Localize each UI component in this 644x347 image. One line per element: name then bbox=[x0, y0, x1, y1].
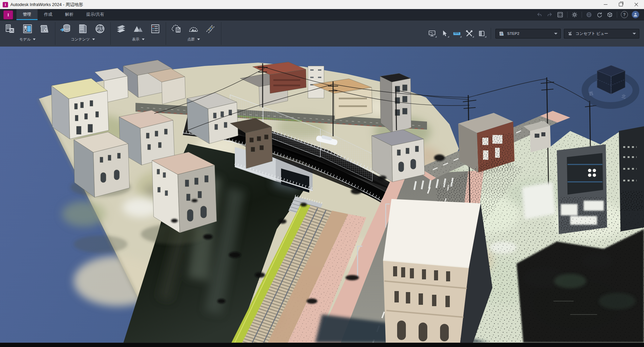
ribbon-panel-bar: モデル bbox=[0, 20, 644, 47]
chevron-down-icon bbox=[92, 39, 95, 40]
gear-icon bbox=[572, 12, 578, 18]
panel-group-model: モデル bbox=[0, 20, 55, 47]
book-pages-icon bbox=[478, 29, 486, 38]
measure-tool-button[interactable] bbox=[452, 29, 462, 38]
title-bar: I Autodesk InfraWorks 2024 - 周辺地形 bbox=[0, 0, 644, 9]
panel-group-content: コンテンツ bbox=[55, 20, 110, 47]
panel-label-text: モデル bbox=[19, 37, 31, 42]
status-strip bbox=[0, 343, 644, 347]
building bbox=[74, 132, 129, 197]
display-settings-button[interactable] bbox=[427, 29, 437, 38]
view-tools: STEP2 コンセプト ビュー bbox=[427, 20, 644, 47]
pointcloud-terrain-icon bbox=[187, 23, 200, 35]
tab-present-share[interactable]: 提示/共有 bbox=[80, 9, 110, 20]
building bbox=[152, 152, 217, 233]
surface-sheet-icon bbox=[39, 23, 51, 35]
building bbox=[308, 66, 324, 98]
building-properties-icon bbox=[4, 23, 16, 35]
restore-button[interactable] bbox=[613, 0, 629, 9]
proposal-value: STEP2 bbox=[507, 31, 519, 36]
ribbon-right-tools: ? bbox=[536, 9, 644, 20]
view-style-icon bbox=[567, 31, 573, 37]
web-services-button[interactable] bbox=[586, 11, 592, 18]
help-button[interactable]: ? bbox=[621, 11, 628, 18]
minimize-button[interactable] bbox=[598, 0, 613, 9]
close-icon bbox=[634, 3, 638, 7]
proposal-selector[interactable]: STEP2 bbox=[495, 29, 561, 39]
building bbox=[372, 130, 425, 182]
undo-icon bbox=[536, 12, 542, 18]
layers-icon bbox=[115, 23, 127, 35]
database-import-icon bbox=[60, 23, 72, 35]
feature-list-button[interactable] bbox=[149, 23, 161, 35]
content-buildings-button[interactable] bbox=[77, 23, 89, 35]
refresh-model-button[interactable] bbox=[596, 11, 603, 18]
ribbon-tab-bar: I 管理 作成 解析 提示/共有 bbox=[0, 9, 644, 20]
select-tool-button[interactable] bbox=[440, 29, 449, 38]
panel-label-content[interactable]: コンテンツ bbox=[60, 37, 106, 42]
refresh-icon bbox=[596, 12, 602, 18]
globe-icon bbox=[586, 12, 592, 18]
globe-mesh-icon bbox=[94, 23, 106, 35]
panel-label-text: 表示 bbox=[132, 37, 140, 42]
model-properties-button[interactable] bbox=[4, 23, 16, 35]
split-view-button[interactable] bbox=[477, 29, 486, 38]
redo-button[interactable] bbox=[546, 11, 553, 18]
panel-label-pointcloud[interactable]: 点群 bbox=[170, 37, 217, 42]
pointcloud-list-button[interactable] bbox=[170, 23, 182, 35]
pointcloud-list-icon bbox=[170, 23, 182, 35]
minimize-icon bbox=[604, 4, 607, 5]
panel-label-text: 点群 bbox=[187, 37, 195, 42]
zoom-extents-icon bbox=[557, 12, 563, 18]
model-3d-viewport[interactable]: 西 北 bbox=[0, 47, 644, 343]
crossed-tools-icon bbox=[465, 29, 473, 38]
close-button[interactable] bbox=[629, 0, 644, 9]
panel-group-display: 表示 bbox=[111, 20, 166, 47]
view-style-selector[interactable]: コンセプト ビュー bbox=[564, 29, 639, 39]
layers-button[interactable] bbox=[115, 23, 127, 35]
tab-analyze[interactable]: 解析 bbox=[59, 9, 80, 20]
undo-button[interactable] bbox=[536, 11, 543, 18]
panel-group-pointcloud: 点群 bbox=[166, 20, 221, 47]
view-style-value: コンセプト ビュー bbox=[576, 31, 608, 36]
chevron-down-icon bbox=[197, 39, 200, 40]
coverages-button[interactable] bbox=[39, 23, 51, 35]
mountains-icon bbox=[132, 23, 144, 35]
model-builder-button[interactable] bbox=[94, 23, 106, 35]
cream-building bbox=[383, 199, 492, 343]
redo-icon bbox=[547, 12, 553, 18]
data-sources-button[interactable] bbox=[60, 23, 72, 35]
monitor-icon bbox=[428, 29, 436, 38]
user-avatar[interactable] bbox=[632, 11, 639, 18]
model-package-button[interactable] bbox=[606, 11, 613, 18]
tab-manage[interactable]: 管理 bbox=[16, 9, 38, 20]
panel-label-model[interactable]: モデル bbox=[4, 37, 51, 42]
infraworks-window: I Autodesk InfraWorks 2024 - 周辺地形 I 管理 作… bbox=[0, 0, 644, 347]
terrain-themes-button[interactable] bbox=[132, 23, 144, 35]
chevron-down-icon bbox=[554, 33, 557, 34]
viewcube-north-label[interactable]: 北 bbox=[621, 93, 626, 99]
pointcloud-to-road-button[interactable] bbox=[205, 23, 217, 35]
panel-label-display[interactable]: 表示 bbox=[115, 37, 161, 42]
model-panel-button[interactable] bbox=[21, 23, 34, 35]
panel-label-text: コンテンツ bbox=[71, 37, 90, 42]
infraworks-logo-icon: I bbox=[3, 2, 8, 7]
building bbox=[51, 78, 109, 139]
feature-list-icon bbox=[149, 23, 161, 35]
chevron-down-icon bbox=[33, 39, 36, 40]
proposal-icon bbox=[499, 31, 504, 37]
ruler-icon bbox=[453, 29, 461, 38]
pointcloud-road-icon bbox=[205, 23, 217, 35]
application-menu-button[interactable]: I bbox=[3, 10, 13, 19]
cube-icon bbox=[607, 12, 613, 18]
person-icon bbox=[633, 12, 638, 17]
tab-create[interactable]: 作成 bbox=[38, 9, 59, 20]
chevron-down-icon bbox=[142, 39, 145, 40]
zoom-extents-button[interactable] bbox=[557, 11, 564, 18]
scene-canvas: 西 北 bbox=[0, 47, 644, 343]
buildings-grid-icon bbox=[77, 23, 89, 35]
pointcloud-terrain-button[interactable] bbox=[187, 23, 200, 35]
panel-layout-icon bbox=[21, 23, 34, 35]
settings-button[interactable] bbox=[571, 11, 578, 18]
utility-tools-button[interactable] bbox=[465, 29, 474, 38]
